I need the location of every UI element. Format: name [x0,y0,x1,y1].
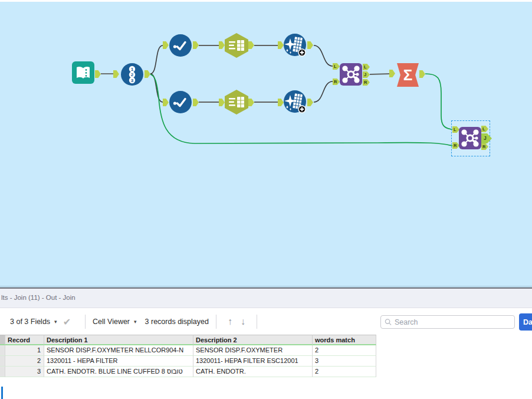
results-panel-title: lts - Join (11) - Out - Join [1,294,75,301]
svg-text:2: 2 [131,72,134,77]
row-gutter[interactable] [0,345,5,356]
sparkle-table-tool-top[interactable] [284,34,306,56]
column-header-description2[interactable]: Description 2 [193,335,313,345]
toolbar-separator [85,315,86,329]
arrow-down-icon[interactable]: ↓ [241,316,245,327]
canvas-top-strip [0,0,532,2]
wire-recordid-to-unique-bottom[interactable] [150,74,163,102]
port-letter: R [454,143,457,148]
column-header-description1[interactable]: Description 1 [44,335,193,345]
chevron-down-icon[interactable]: ▾ [134,319,137,325]
join-molecule-icon [340,63,362,86]
port-letter: R [482,144,485,149]
port-letter: J [484,135,487,141]
port-letter: R [364,80,367,85]
cell-description2[interactable]: 1320011- HEPA FILTER ESC12001 [193,356,313,367]
sparkle-table-plus-icon [284,90,306,113]
table-gutter-header [0,335,5,345]
cell-words-match[interactable]: 2 [313,367,376,377]
column-header-record[interactable]: Record [5,335,44,345]
cell-description1[interactable]: SENSOR DISP.F.OXYMETER NELLCOR904-N [44,345,193,356]
record-id-tool[interactable]: 1 2 3 [121,63,143,86]
data-button[interactable]: Da [519,313,532,331]
cell-words-match[interactable]: 3 [313,356,376,367]
join-molecule-icon [459,127,481,149]
open-book-icon [72,61,94,84]
wire-sparkle-top-to-join-l[interactable] [314,45,333,66]
cell-viewer-dropdown[interactable]: Cell Viewer [93,318,130,326]
bottom-left-marker [1,387,3,399]
chevron-down-icon[interactable]: ▾ [54,319,57,325]
records-displayed-label: 3 records displayed [145,318,209,326]
input-data-tool[interactable] [72,61,94,84]
cell-record[interactable]: 1 [5,345,44,356]
wire-sparkle-bottom-to-join-r[interactable] [314,81,333,102]
join-tool-2-selected[interactable] [459,127,481,149]
cell-description1[interactable]: CATH. ENDOTR. BLUE LINE CUFFED 8 טובוס [44,367,193,377]
unique-tool-bottom[interactable] [169,91,192,113]
cell-description2[interactable]: CATH. ENDOTR. [193,367,313,377]
row-gutter[interactable] [0,356,5,367]
search-input[interactable] [395,318,511,326]
sigma-icon: Σ [403,63,413,87]
sparkle-table-tool-bottom[interactable] [284,90,306,113]
alteryx-designer-window: 1 2 3 [0,0,532,399]
wire-join-j-to-summarize[interactable] [370,74,390,74]
join-tool-1[interactable] [340,63,362,86]
apply-check-icon[interactable]: ✔ [63,316,71,328]
port-letter: L [482,126,485,132]
row-gutter[interactable] [0,367,5,377]
svg-text:3: 3 [131,78,134,83]
search-box[interactable] [380,315,515,329]
toolbar-separator [257,315,257,329]
column-header-words-match[interactable]: words match [313,335,376,345]
port-letter: L [454,127,457,132]
port-letter: L [334,64,337,69]
cell-description2[interactable]: SENSOR DISP.F.OXYMETER [193,345,313,356]
wire-recordid-to-unique-top[interactable] [150,45,163,74]
workflow-canvas[interactable]: 1 2 3 [0,0,532,286]
wire-summarize-to-join2-l[interactable] [425,74,452,129]
cell-record[interactable]: 2 [5,356,44,367]
cell-description1[interactable]: 1320011 - HEPA FILTER [44,356,193,367]
check-dots-icon [169,91,192,113]
arrow-up-icon[interactable]: ↑ [228,316,232,327]
toolbar-separator [216,315,216,329]
unique-tool-top[interactable] [169,34,192,57]
port-letter: R [334,79,337,84]
sparkle-table-plus-icon [284,34,306,56]
fields-summary-dropdown[interactable]: 3 of 3 Fields [10,318,50,326]
record-id-icon: 1 2 3 [121,63,143,86]
cell-words-match[interactable]: 2 [313,345,376,356]
cell-record[interactable]: 3 [5,367,44,377]
port-letter: L [364,64,367,70]
svg-text:1: 1 [131,67,134,72]
port-letter: J [364,72,366,77]
results-table: Record Description 1 Description 2 words… [0,335,376,377]
search-icon [385,318,392,326]
results-panel-header: lts - Join (11) - Out - Join [0,289,532,308]
check-dots-icon [169,34,192,57]
